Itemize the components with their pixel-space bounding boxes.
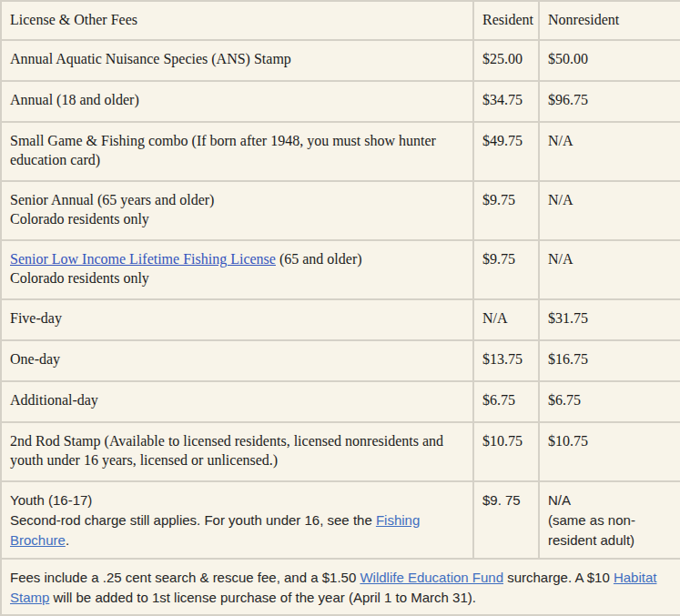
footer-row: Fees include a .25 cent search & rescue …: [1, 559, 680, 615]
nonresident-fee-cell: $6.75: [539, 381, 680, 422]
license-name-cell: Five-day: [1, 299, 473, 340]
table-row-senior-annual: Senior Annual (65 years and older) Color…: [1, 181, 680, 240]
license-name-cell: Senior Low Income Lifetime Fishing Licen…: [1, 240, 473, 299]
nonresident-fee-cell: N/A (same as non-resident adult): [539, 481, 680, 559]
nonresident-fee-cell: N/A: [539, 181, 680, 240]
table-row-five-day: Five-day N/A $31.75: [1, 299, 680, 340]
resident-fee-cell: $34.75: [473, 81, 539, 122]
resident-fee-cell: $9. 75: [473, 481, 539, 559]
license-name-line: Senior Low Income Lifetime Fishing Licen…: [10, 249, 465, 268]
resident-fee-cell: $49.75: [473, 122, 539, 181]
header-license-fees: License & Other Fees: [1, 1, 473, 40]
license-name-cell: One-day: [1, 340, 473, 381]
header-resident: Resident: [473, 1, 539, 40]
license-note: Colorado residents only: [10, 209, 465, 228]
license-name-cell: Small Game & Fishing combo (If born afte…: [1, 122, 473, 181]
table-row-additional-day: Additional-day $6.75 $6.75: [1, 381, 680, 422]
nonresident-fee-cell: $50.00: [539, 40, 680, 81]
footer-text-3: will be added to 1st license purchase of…: [49, 590, 476, 605]
license-note-text: Second-rod charge still applies. For you…: [10, 512, 376, 528]
table-row-annual: Annual (18 and older) $34.75 $96.75: [1, 81, 680, 122]
nonresident-fee-cell: $31.75: [539, 299, 680, 340]
resident-fee-cell: $10.75: [473, 422, 539, 481]
fees-table: License & Other Fees Resident Nonresiden…: [0, 0, 680, 616]
nonresident-fee-cell: N/A: [539, 240, 680, 299]
license-name-cell: Youth (16-17) Second-rod charge still ap…: [1, 481, 473, 559]
footer-note-cell: Fees include a .25 cent search & rescue …: [1, 559, 680, 615]
resident-fee-cell: $13.75: [473, 340, 539, 381]
license-name-cell: 2nd Rod Stamp (Available to licensed res…: [1, 422, 473, 481]
license-note-line: Second-rod charge still applies. For you…: [10, 510, 465, 550]
license-name-cell: Additional-day: [1, 381, 473, 422]
nonresident-fee-cell: $96.75: [539, 81, 680, 122]
table-row-second-rod-stamp: 2nd Rod Stamp (Available to licensed res…: [1, 422, 680, 481]
license-name: Youth (16-17): [10, 490, 465, 510]
nonresident-fee-value: N/A: [548, 490, 673, 510]
resident-fee-cell: N/A: [473, 299, 539, 340]
nonresident-fee-note: (same as non-resident adult): [548, 510, 673, 550]
resident-fee-cell: $6.75: [473, 381, 539, 422]
license-name: Senior Annual (65 years and older): [10, 190, 465, 209]
resident-fee-cell: $9.75: [473, 181, 539, 240]
footer-text-1: Fees include a .25 cent search & rescue …: [10, 570, 360, 585]
header-row: License & Other Fees Resident Nonresiden…: [1, 1, 680, 40]
license-name-cell: Senior Annual (65 years and older) Color…: [1, 181, 473, 240]
senior-low-income-lifetime-license-link[interactable]: Senior Low Income Lifetime Fishing Licen…: [10, 251, 276, 267]
table-row-one-day: One-day $13.75 $16.75: [1, 340, 680, 381]
page: License & Other Fees Resident Nonresiden…: [0, 0, 680, 616]
table-row-senior-low-income: Senior Low Income Lifetime Fishing Licen…: [1, 240, 680, 299]
header-nonresident: Nonresident: [539, 1, 680, 40]
license-note: Colorado residents only: [10, 268, 465, 288]
nonresident-fee-cell: $16.75: [539, 340, 680, 381]
nonresident-fee-cell: $10.75: [539, 422, 680, 481]
resident-fee-cell: $25.00: [473, 40, 539, 81]
license-name-suffix: (65 and older): [276, 251, 362, 267]
footer-text-2: surcharge. A $10: [503, 570, 614, 585]
table-row-ans-stamp: Annual Aquatic Nuisance Species (ANS) St…: [1, 40, 680, 81]
resident-fee-cell: $9.75: [473, 240, 539, 299]
nonresident-fee-cell: N/A: [539, 122, 680, 181]
table-row-youth: Youth (16-17) Second-rod charge still ap…: [1, 481, 680, 559]
license-name-cell: Annual (18 and older): [1, 81, 473, 122]
license-note-period: .: [66, 532, 69, 548]
license-name-cell: Annual Aquatic Nuisance Species (ANS) St…: [1, 40, 473, 81]
table-row-small-game-combo: Small Game & Fishing combo (If born afte…: [1, 122, 680, 181]
wildlife-education-fund-link[interactable]: Wildlife Education Fund: [360, 570, 503, 585]
